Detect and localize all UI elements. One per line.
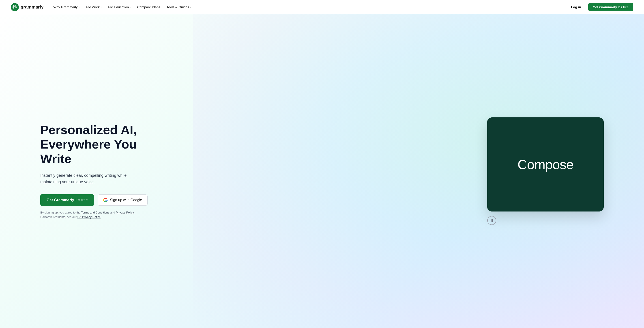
compose-card: Compose xyxy=(487,117,604,211)
nav-item-for-education[interactable]: For Education ▾ xyxy=(105,3,134,11)
chevron-down-icon: ▾ xyxy=(190,6,191,8)
hero-buttons: Get Grammarly It's free Sign up with Goo… xyxy=(40,194,166,206)
google-signup-button[interactable]: Sign up with Google xyxy=(98,194,148,206)
login-button[interactable]: Log in xyxy=(568,3,585,11)
svg-point-0 xyxy=(11,3,19,11)
pause-button[interactable] xyxy=(487,216,496,225)
navigation: grammarly Why Grammarly ▾ For Work ▾ For… xyxy=(0,0,644,14)
chevron-down-icon: ▾ xyxy=(78,6,80,8)
chevron-down-icon: ▾ xyxy=(100,6,102,8)
compose-text: Compose xyxy=(518,157,574,172)
grammarly-logo-icon xyxy=(11,3,19,11)
chevron-down-icon: ▾ xyxy=(130,6,131,8)
ca-privacy-link[interactable]: CA Privacy Notice xyxy=(77,215,100,219)
hero-subtitle: Instantly generate clear, compelling wri… xyxy=(40,172,148,185)
hero-left: Personalized AI, Everywhere You Write In… xyxy=(40,123,166,220)
get-grammarly-hero-button[interactable]: Get Grammarly It's free xyxy=(40,194,94,206)
hero-title: Personalized AI, Everywhere You Write xyxy=(40,123,166,166)
pause-bar-right xyxy=(492,219,493,222)
logo[interactable]: grammarly xyxy=(11,3,44,11)
google-signup-label: Sign up with Google xyxy=(110,198,142,202)
privacy-policy-link[interactable]: Privacy Policy xyxy=(116,211,134,214)
terms-conditions-link[interactable]: Terms and Conditions xyxy=(81,211,110,214)
nav-links: Why Grammarly ▾ For Work ▾ For Education… xyxy=(50,3,194,11)
nav-item-compare-plans[interactable]: Compare Plans xyxy=(134,3,163,11)
logo-text: grammarly xyxy=(20,5,44,10)
nav-cta-main: Get Grammarly xyxy=(593,5,617,9)
nav-item-why-grammarly[interactable]: Why Grammarly ▾ xyxy=(50,3,82,11)
nav-right: Log in Get Grammarly It's free xyxy=(568,3,633,11)
google-icon xyxy=(103,198,108,202)
terms-text: By signing up, you agree to the Terms an… xyxy=(40,210,148,220)
get-grammarly-nav-button[interactable]: Get Grammarly It's free xyxy=(588,3,633,11)
nav-left: grammarly Why Grammarly ▾ For Work ▾ For… xyxy=(11,3,194,11)
hero-right: Compose xyxy=(487,117,604,225)
pause-bar-left xyxy=(491,219,492,222)
hero-cta-main: Get Grammarly xyxy=(46,198,74,202)
hero-section: Personalized AI, Everywhere You Write In… xyxy=(0,14,644,328)
pause-icon xyxy=(491,219,493,222)
nav-item-tools-guides[interactable]: Tools & Guides ▾ xyxy=(164,3,194,11)
nav-item-for-work[interactable]: For Work ▾ xyxy=(83,3,104,11)
nav-cta-sub: It's free xyxy=(618,5,629,9)
hero-cta-sub: It's free xyxy=(76,198,88,202)
